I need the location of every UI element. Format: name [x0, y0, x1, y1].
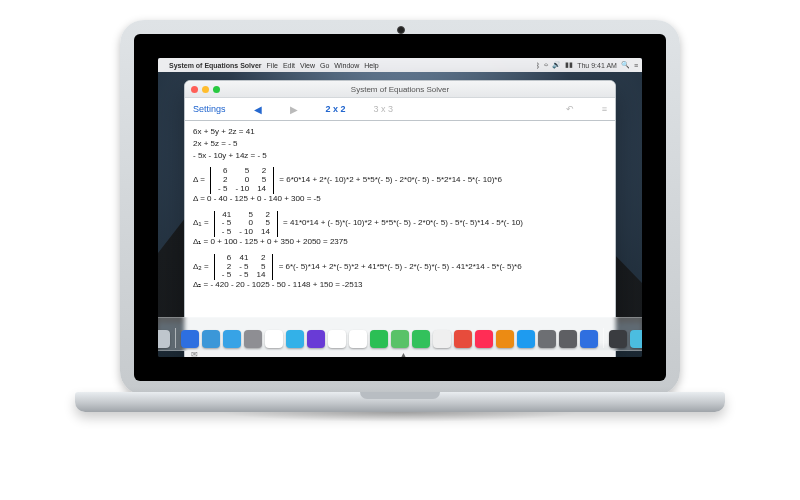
dock-app-3[interactable]	[223, 330, 241, 348]
back-button[interactable]: ◀	[254, 104, 262, 115]
dock-app-15[interactable]	[475, 330, 493, 348]
menu-help[interactable]: Help	[364, 62, 378, 69]
mode-2x2[interactable]: 2 x 2	[326, 104, 346, 114]
close-button[interactable]	[191, 86, 198, 93]
dock-app-7[interactable]	[307, 330, 325, 348]
delta-expansion: = 6*0*14 + 2*(- 10)*2 + 5*5*(- 5) - 2*0*…	[279, 175, 502, 186]
window-title: System of Equations Solver	[185, 85, 615, 94]
delta2-expansion: = 6*(- 5)*14 + 2*(- 5)*2 + 41*5*(- 5) - …	[279, 262, 522, 273]
delta2-matrix: 64122- 55- 5- 514	[211, 254, 277, 280]
dock-app-2[interactable]	[202, 330, 220, 348]
dock-app-4[interactable]	[244, 330, 262, 348]
battery-icon[interactable]: ▮▮	[565, 61, 573, 69]
dock-app-0[interactable]	[158, 330, 170, 348]
notifications-icon[interactable]: ≡	[634, 62, 638, 69]
delta1-matrix: 4152- 505- 5- 1014	[211, 211, 281, 237]
zoom-button[interactable]	[213, 86, 220, 93]
delta-matrix: 652205- 5- 1014	[207, 167, 277, 193]
delta-result: Δ = 0 - 40 - 125 + 0 - 140 + 300 = -5	[193, 194, 607, 205]
mode-3x3[interactable]: 3 x 3	[374, 104, 394, 114]
laptop-shadow	[220, 412, 580, 422]
delta1-block: Δ1 = 4152- 505- 5- 1014 = 41*0*14 + (- 5…	[193, 211, 607, 248]
dock-app-21[interactable]	[609, 330, 627, 348]
equation-3: - 5x - 10y + 14z = - 5	[193, 151, 607, 162]
dock-app-1[interactable]	[181, 330, 199, 348]
equation-1: 6x + 5y + 2z = 41	[193, 127, 607, 138]
dock-app-16[interactable]	[496, 330, 514, 348]
traffic-lights	[185, 86, 226, 93]
laptop-lid: System of Equations Solver File Edit Vie…	[120, 20, 680, 395]
bluetooth-icon[interactable]: ᛒ	[536, 62, 540, 69]
window-toolbar: Settings ◀ ▶ 2 x 2 3 x 3 ↶ ≡	[185, 98, 615, 121]
expand-icon[interactable]: ▲	[198, 351, 609, 358]
macos-menubar[interactable]: System of Equations Solver File Edit Vie…	[158, 58, 642, 72]
speaker-icon[interactable]: 🔊	[552, 61, 561, 69]
menubar-left: System of Equations Solver File Edit Vie…	[162, 62, 379, 69]
desktop-screen: System of Equations Solver File Edit Vie…	[158, 58, 642, 357]
content-area: 6x + 5y + 2z = 41 2x + 5z = - 5 - 5x - 1…	[185, 121, 615, 346]
spotlight-icon[interactable]: 🔍	[621, 61, 630, 69]
wifi-icon[interactable]: ⌔	[544, 62, 548, 69]
dock[interactable]	[158, 317, 642, 351]
macbook: System of Equations Solver File Edit Vie…	[120, 20, 680, 440]
app-window: System of Equations Solver Settings ◀ ▶ …	[184, 80, 616, 357]
dock-app-13[interactable]	[433, 330, 451, 348]
delta-label: Δ =	[193, 175, 205, 186]
dock-app-5[interactable]	[265, 330, 283, 348]
settings-button[interactable]: Settings	[193, 104, 226, 114]
delta2-block: Δ2 = 64122- 55- 5- 514 = 6*(- 5)*14 + 2*…	[193, 254, 607, 291]
delta-block: Δ = 652205- 5- 1014 = 6*0*14 + 2*(- 10)*…	[193, 167, 607, 204]
minimize-button[interactable]	[202, 86, 209, 93]
delta1-expansion: = 41*0*14 + (- 5)*(- 10)*2 + 5*5*(- 5) -…	[283, 218, 523, 229]
dock-app-11[interactable]	[391, 330, 409, 348]
menu-file[interactable]: File	[267, 62, 278, 69]
camera-icon	[397, 26, 405, 34]
dock-app-20[interactable]	[580, 330, 598, 348]
dock-app-6[interactable]	[286, 330, 304, 348]
dock-app-10[interactable]	[370, 330, 388, 348]
delta1-label: Δ1 =	[193, 218, 209, 229]
dock-app-19[interactable]	[559, 330, 577, 348]
dock-app-18[interactable]	[538, 330, 556, 348]
menubar-right: ᛒ ⌔ 🔊 ▮▮ Thu 9:41 AM 🔍 ≡	[536, 61, 638, 69]
delta2-result: Δ₂ = - 420 - 20 - 1025 - 50 - 1148 + 150…	[193, 280, 607, 291]
trackpad-notch	[360, 392, 440, 399]
dock-app-22[interactable]	[630, 330, 642, 348]
menu-go[interactable]: Go	[320, 62, 329, 69]
menu-view[interactable]: View	[300, 62, 315, 69]
dock-app-17[interactable]	[517, 330, 535, 348]
equation-2: 2x + 5z = - 5	[193, 139, 607, 150]
undo-button[interactable]: ↶	[566, 104, 574, 114]
menubar-clock[interactable]: Thu 9:41 AM	[577, 62, 617, 69]
screen-bezel: System of Equations Solver File Edit Vie…	[134, 34, 666, 381]
menu-edit[interactable]: Edit	[283, 62, 295, 69]
dock-app-9[interactable]	[349, 330, 367, 348]
dock-app-14[interactable]	[454, 330, 472, 348]
laptop-base	[75, 392, 725, 412]
menu-window[interactable]: Window	[334, 62, 359, 69]
delta2-label: Δ2 =	[193, 262, 209, 273]
dock-app-12[interactable]	[412, 330, 430, 348]
more-button[interactable]: ≡	[602, 104, 607, 114]
window-titlebar[interactable]: System of Equations Solver	[185, 81, 615, 98]
forward-button[interactable]: ▶	[290, 104, 298, 115]
dock-app-8[interactable]	[328, 330, 346, 348]
menubar-app-name[interactable]: System of Equations Solver	[169, 62, 262, 69]
delta1-result: Δ₁ = 0 + 100 - 125 + 0 + 350 + 2050 = 23…	[193, 237, 607, 248]
